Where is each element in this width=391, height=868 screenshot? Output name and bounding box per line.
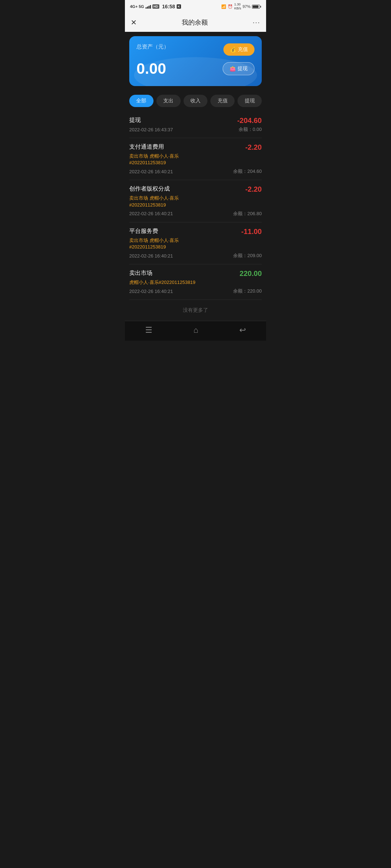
recharge-icon: 💰	[230, 47, 236, 52]
status-right: 📶 ⏰ 1.30KB/s 97%	[221, 3, 261, 10]
tx-amount-1: -204.60	[237, 116, 262, 125]
transaction-list: 提现 -204.60 2022-02-26 16:43:37 余额：0.00 支…	[125, 111, 266, 300]
battery-icon	[252, 5, 261, 9]
signal-bar-2	[147, 7, 148, 9]
list-item: 提现 -204.60 2022-02-26 16:43:37 余额：0.00	[129, 111, 262, 138]
filter-tabs: 全部 支出 收入 充值 提现	[125, 90, 266, 111]
signal-bars	[146, 4, 151, 9]
tx-amount-3: -2.20	[245, 185, 262, 193]
tx-date-2: 2022-02-26 16:40:21	[129, 169, 173, 174]
withdraw-label: 提现	[237, 65, 248, 72]
hd-badge: HD	[152, 4, 159, 9]
tx-row-top-1: 提现 -204.60	[129, 116, 262, 125]
status-bar: 4G+ 5G HD 16:58 K 📶 ⏰ 1.30KB/s 97%	[125, 0, 266, 13]
close-button[interactable]: ✕	[131, 18, 137, 27]
top-nav: ✕ 我的余额 ···	[125, 13, 266, 32]
tx-date-1: 2022-02-26 16:43:37	[129, 127, 173, 132]
bottom-nav: ☰ ⌂ ↩	[125, 321, 266, 341]
tx-title-4: 平台服务费	[129, 227, 158, 235]
tx-row-top-4: 平台服务费 -11.00	[129, 227, 262, 236]
tx-title-2: 支付通道费用	[129, 143, 164, 151]
status-left: 4G+ 5G HD 16:58 K	[130, 4, 181, 9]
nav-menu-button[interactable]: ☰	[145, 326, 152, 335]
card-header: 总资产（元） 💰 充值	[136, 43, 255, 56]
nav-home-button[interactable]: ⌂	[193, 326, 198, 335]
tx-date-5: 2022-02-26 16:40:21	[129, 289, 173, 294]
tx-amount-2: -2.20	[245, 143, 262, 152]
withdraw-icon: 👛	[230, 66, 236, 72]
tab-expense[interactable]: 支出	[156, 95, 181, 107]
tx-amount-5: 220.00	[240, 269, 262, 278]
tx-balance-1: 余额：0.00	[239, 126, 262, 133]
back-icon: ↩	[239, 326, 246, 335]
tx-amount-4: -11.00	[241, 227, 262, 236]
battery-percent: 97%	[243, 4, 251, 9]
balance-card: 总资产（元） 💰 充值 0.00 👛 提现	[129, 36, 262, 86]
tx-row-bottom-4: 2022-02-26 16:40:21 余额：209.00	[129, 252, 262, 259]
withdraw-button[interactable]: 👛 提现	[223, 62, 255, 75]
balance-label: 总资产（元）	[136, 43, 169, 50]
recharge-label: 充值	[238, 46, 248, 53]
tx-row-top-2: 支付通道费用 -2.20	[129, 143, 262, 152]
tab-withdraw[interactable]: 提现	[237, 95, 262, 107]
nav-back-button[interactable]: ↩	[239, 326, 246, 335]
tx-title-1: 提现	[129, 116, 141, 124]
tx-date-4: 2022-02-26 16:40:21	[129, 253, 173, 259]
bluetooth-icon: 📶	[221, 4, 226, 9]
k-icon: K	[177, 4, 181, 9]
tx-title-5: 卖出市场	[129, 269, 152, 277]
tx-balance-2: 余额：204.60	[233, 168, 262, 175]
no-more-label: 没有更多了	[125, 300, 266, 321]
balance-amount: 0.00	[136, 60, 166, 77]
tx-row-bottom-1: 2022-02-26 16:43:37 余额：0.00	[129, 126, 262, 133]
signal-bar-4	[150, 5, 151, 9]
time: 16:58	[162, 4, 175, 9]
tx-subtitle-4: 卖出市场 虎帽小人·喜乐#2022011253819	[129, 237, 262, 250]
tx-subtitle-3: 卖出市场 虎帽小人·喜乐#2022011253819	[129, 195, 262, 208]
tx-row-top-3: 创作者版权分成 -2.20	[129, 185, 262, 193]
network-label: 4G+ 5G	[130, 4, 144, 9]
tab-recharge[interactable]: 充值	[210, 95, 235, 107]
tx-balance-4: 余额：209.00	[233, 252, 262, 259]
tx-row-bottom-3: 2022-02-26 16:40:21 余额：206.80	[129, 210, 262, 217]
signal-bar-1	[146, 7, 147, 9]
speed-label: 1.30KB/s	[234, 3, 241, 10]
tx-row-bottom-2: 2022-02-26 16:40:21 余额：204.60	[129, 168, 262, 175]
list-item: 支付通道费用 -2.20 卖出市场 虎帽小人·喜乐#2022011253819 …	[129, 138, 262, 180]
list-item: 卖出市场 220.00 虎帽小人·喜乐#2022011253819 2022-0…	[129, 264, 262, 300]
tx-date-3: 2022-02-26 16:40:21	[129, 211, 173, 216]
tx-subtitle-2: 卖出市场 虎帽小人·喜乐#2022011253819	[129, 153, 262, 166]
signal-bar-3	[148, 6, 150, 9]
alarm-icon: ⏰	[228, 4, 233, 9]
tx-balance-3: 余额：206.80	[233, 210, 262, 217]
tx-row-bottom-5: 2022-02-26 16:40:21 余额：220.00	[129, 288, 262, 294]
tx-subtitle-5: 虎帽小人·喜乐#2022011253819	[129, 279, 262, 286]
list-item: 创作者版权分成 -2.20 卖出市场 虎帽小人·喜乐#2022011253819…	[129, 180, 262, 222]
card-body: 0.00 👛 提现	[136, 60, 255, 77]
tx-title-3: 创作者版权分成	[129, 185, 170, 193]
menu-icon: ☰	[145, 326, 152, 335]
tx-balance-5: 余额：220.00	[233, 288, 262, 294]
tab-all[interactable]: 全部	[129, 95, 154, 107]
tab-income[interactable]: 收入	[184, 95, 208, 107]
tx-row-top-5: 卖出市场 220.00	[129, 269, 262, 278]
list-item: 平台服务费 -11.00 卖出市场 虎帽小人·喜乐#2022011253819 …	[129, 222, 262, 264]
more-button[interactable]: ···	[253, 19, 260, 26]
home-icon: ⌂	[193, 326, 198, 335]
page-title: 我的余额	[182, 18, 208, 27]
recharge-button[interactable]: 💰 充值	[223, 43, 255, 56]
